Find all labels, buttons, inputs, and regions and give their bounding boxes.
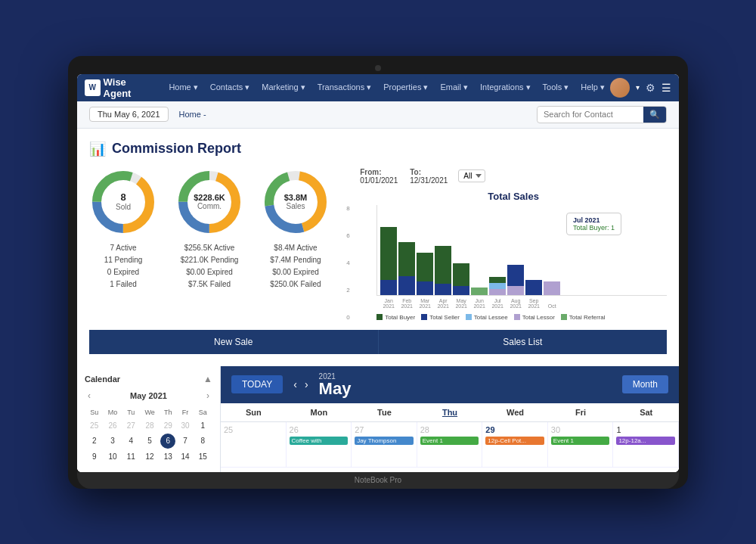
nav-menu-icon[interactable]: ☰	[662, 82, 671, 94]
mini-cal-day[interactable]: 2	[86, 434, 102, 449]
mini-cal-day[interactable]: 7	[177, 434, 193, 449]
nav-transactions[interactable]: Transactions ▾	[312, 79, 377, 95]
cal-event[interactable]: 12p-12a...	[616, 437, 675, 445]
chart-area: Jul 2021 Total Buyer: 1 Jan2021	[376, 205, 667, 296]
laptop-base: NoteBook Pro	[77, 472, 679, 489]
mini-cal-day[interactable]: 5	[141, 434, 159, 449]
donut-chart-comm: $228.6K Comm.	[175, 168, 243, 236]
calendar-panel: Calendar ▲ ‹ May 2021 › Su Mo Tu We	[77, 366, 221, 472]
cal-event[interactable]: Jay Thompson	[355, 437, 414, 445]
mini-cal-day[interactable]: 28	[141, 419, 159, 432]
bar-feb: Feb2021	[398, 242, 415, 295]
donut-center-comm: $228.6K Comm.	[194, 193, 225, 210]
search-input[interactable]	[538, 107, 643, 121]
mini-cal-prev[interactable]: ‹	[85, 390, 94, 401]
legend-dot-buyer	[376, 314, 383, 320]
mini-cal-day[interactable]: 15	[195, 450, 211, 463]
action-bar: New Sale Sales List	[89, 330, 667, 354]
col-sat: Sat	[613, 403, 679, 421]
legend-lessee: Total Lessee	[466, 314, 508, 321]
cal-cell-29[interactable]: 29 12p-Cell Pot...	[482, 422, 548, 468]
chart-legend: Total Buyer Total Seller Total Lessee	[376, 314, 667, 321]
cal-month-name: May	[319, 381, 352, 397]
cal-prev-button[interactable]: ‹	[290, 377, 300, 392]
today-button[interactable]: TODAY	[231, 375, 283, 393]
bar-mar: Mar2021	[417, 253, 433, 295]
bar-label: Sep2021	[528, 298, 540, 309]
mini-cal-day[interactable]: 13	[160, 450, 175, 463]
cal-event[interactable]: Coffee with	[290, 437, 349, 445]
calendar-header-row: Calendar ▲	[85, 374, 212, 384]
mini-cal-day[interactable]: 1	[195, 419, 211, 432]
cal-next-button[interactable]: ›	[302, 377, 311, 392]
new-sale-button[interactable]: New Sale	[89, 330, 379, 354]
search-button[interactable]: 🔍	[643, 107, 666, 123]
mini-cal-day[interactable]: 12	[141, 450, 159, 463]
nav-properties[interactable]: Properties ▾	[378, 79, 433, 95]
mini-cal-day[interactable]: 25	[86, 419, 102, 432]
bar-segment	[417, 253, 433, 281]
bar-jan: Jan2021	[380, 227, 397, 295]
legend-label-buyer: Total Buyer	[385, 314, 415, 321]
nav-contacts[interactable]: Contacts ▾	[205, 79, 255, 95]
calendar-collapse-icon[interactable]: ▲	[203, 374, 212, 384]
cal-cell-30[interactable]: 30 Event 1	[548, 422, 614, 468]
cal-cell-25[interactable]: 25	[221, 422, 287, 468]
donut-value-sold: 8	[116, 192, 131, 203]
cal-cell-26[interactable]: 26 Coffee with	[287, 422, 352, 468]
mini-cal-day[interactable]: 26	[104, 419, 121, 432]
month-view-button[interactable]: Month	[622, 375, 668, 393]
mini-cal-day[interactable]: 4	[123, 434, 139, 449]
bar-segment	[417, 281, 433, 295]
mini-cal-day[interactable]: 11	[123, 450, 139, 463]
mini-cal-day[interactable]: 29	[160, 419, 175, 432]
bar-segment	[544, 281, 560, 295]
cal-cell-1[interactable]: 1 12p-12a...	[613, 422, 679, 468]
bar-segment	[380, 280, 397, 295]
mini-cal-day[interactable]: 8	[195, 434, 211, 449]
sales-list-button[interactable]: Sales List	[379, 330, 668, 354]
nav-logo[interactable]: W Wise Agent	[85, 76, 153, 99]
user-dropdown-arrow[interactable]: ▾	[636, 83, 640, 92]
nav-marketing[interactable]: Marketing ▾	[256, 79, 310, 95]
cal-event[interactable]: Event 1	[420, 437, 479, 445]
nav-help[interactable]: Help ▾	[575, 79, 610, 95]
mini-cal-day[interactable]: 30	[177, 419, 193, 432]
donut-label-comm: Comm.	[194, 202, 225, 210]
mini-cal-day[interactable]: 10	[104, 450, 121, 463]
mini-day-header-we: We	[141, 407, 159, 418]
user-avatar[interactable]	[610, 78, 630, 98]
mini-day-header-tu: Tu	[123, 407, 139, 418]
chart-filter-select[interactable]: All	[458, 169, 485, 182]
chart-section: From: 01/01/2021 To: 12/31/2021 All	[360, 168, 667, 321]
mini-day-header-sa: Sa	[195, 407, 211, 418]
mini-cal-day[interactable]: 9	[86, 450, 102, 463]
mini-cal-grid: Su Mo Tu We Th Fr Sa 25 26	[85, 406, 212, 465]
bar-label: Jul2021	[491, 298, 503, 309]
nav-tools[interactable]: Tools ▾	[538, 79, 575, 95]
bar-label: Jun2021	[473, 298, 485, 309]
legend-dot-referral	[561, 314, 567, 320]
bar-segment	[489, 289, 506, 295]
cal-year: 2021	[319, 372, 352, 381]
donut-label-sold: Sold	[116, 203, 131, 211]
mini-cal-day[interactable]: 27	[123, 419, 139, 432]
cal-cell-27[interactable]: 27 Jay Thompson	[352, 422, 417, 468]
nav-integrations[interactable]: Integrations ▾	[475, 79, 536, 95]
mini-cal-day[interactable]: 14	[177, 450, 193, 463]
mini-cal-today[interactable]: 6	[160, 434, 175, 449]
donut-chart-sold: 8 Sold	[89, 168, 157, 236]
settings-gear-icon[interactable]: ⚙	[646, 82, 655, 94]
cal-cell-28[interactable]: 28 Event 1	[417, 422, 483, 468]
mini-day-header-mo: Mo	[104, 407, 121, 418]
mini-cal-next[interactable]: ›	[203, 390, 212, 401]
cal-event[interactable]: Event 1	[551, 437, 610, 445]
cal-date: 26	[290, 425, 349, 434]
nav-home[interactable]: Home ▾	[163, 79, 203, 95]
cal-event[interactable]: 12p-Cell Pot...	[485, 437, 544, 445]
nav-email[interactable]: Email ▾	[435, 79, 473, 95]
mini-cal-day[interactable]: 3	[104, 434, 121, 449]
col-wed: Wed	[482, 403, 548, 421]
calendar-title: Calendar	[85, 375, 120, 384]
legend-referral: Total Referral	[561, 314, 606, 321]
